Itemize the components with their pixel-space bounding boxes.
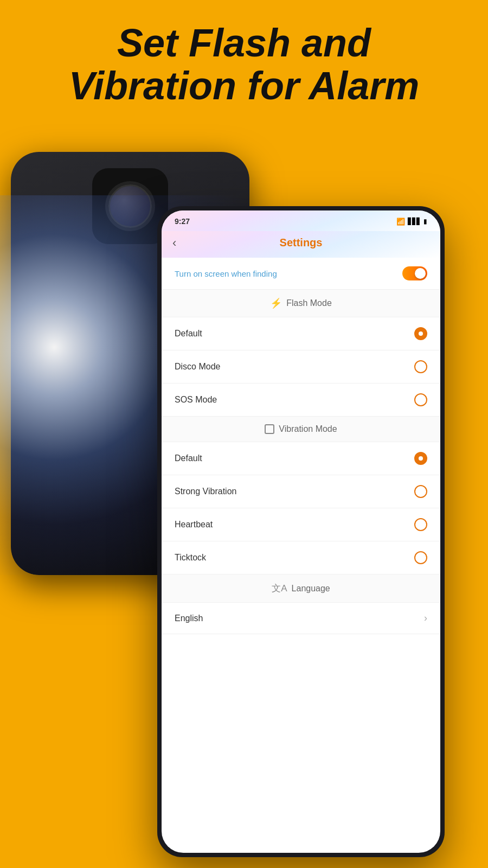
screen-toggle-row[interactable]: Turn on screen when finding [162, 258, 440, 290]
vibration-strong-radio[interactable] [414, 485, 427, 498]
vibration-default-label: Default [175, 454, 202, 463]
language-chevron-icon: › [424, 612, 427, 624]
phone-front: 9:27 📶 ▋▋▋ ▮ ‹ Settings Turn on screen w… [157, 206, 445, 857]
vibration-ticktock-label: Ticktock [175, 553, 206, 563]
flash-icon: ⚡ [270, 297, 282, 309]
signal-icon: ▋▋▋ [408, 218, 421, 225]
camera-module [92, 168, 168, 244]
wifi-icon: 📶 [396, 218, 405, 226]
phone-screen: 9:27 📶 ▋▋▋ ▮ ‹ Settings Turn on screen w… [162, 210, 440, 853]
language-section-header: 文A Language [162, 575, 440, 603]
vibration-strong-label: Strong Vibration [175, 487, 236, 496]
vibration-mode-section-header: Vibration Mode [162, 417, 440, 442]
flash-disco-radio[interactable] [414, 360, 427, 373]
screen-toggle-label: Turn on screen when finding [175, 269, 277, 278]
vibration-ticktock-radio[interactable] [414, 551, 427, 564]
status-icons: 📶 ▋▋▋ ▮ [396, 218, 427, 226]
flash-sos-radio[interactable] [414, 393, 427, 406]
flash-default-radio[interactable] [414, 327, 427, 340]
phone-container: 9:27 📶 ▋▋▋ ▮ ‹ Settings Turn on screen w… [0, 152, 488, 868]
vibration-option-ticktock[interactable]: Ticktock [162, 541, 440, 575]
flash-sos-label: SOS Mode [175, 395, 217, 405]
flash-default-label: Default [175, 329, 202, 339]
vibration-option-default[interactable]: Default [162, 442, 440, 475]
vibration-heartbeat-radio[interactable] [414, 518, 427, 531]
nav-title: Settings [280, 237, 323, 249]
flash-option-sos[interactable]: SOS Mode [162, 384, 440, 417]
language-value: English [175, 614, 203, 623]
nav-bar: ‹ Settings [162, 231, 440, 258]
vibration-option-strong[interactable]: Strong Vibration [162, 475, 440, 508]
vibration-option-heartbeat[interactable]: Heartbeat [162, 508, 440, 541]
vibration-default-radio[interactable] [414, 452, 427, 465]
status-bar: 9:27 📶 ▋▋▋ ▮ [162, 210, 440, 231]
flash-disco-label: Disco Mode [175, 362, 220, 372]
battery-icon: ▮ [423, 218, 427, 225]
screen-toggle-switch[interactable] [402, 266, 427, 280]
status-time: 9:27 [175, 217, 190, 226]
title-line1: Set Flash and [117, 21, 371, 65]
flash-option-default[interactable]: Default [162, 317, 440, 350]
settings-content: Turn on screen when finding ⚡ Flash Mode… [162, 258, 440, 634]
vibration-checkbox-icon [265, 424, 274, 434]
back-button[interactable]: ‹ [172, 236, 176, 250]
language-section-title: Language [292, 584, 330, 593]
language-icon: 文A [272, 582, 287, 595]
vibration-heartbeat-label: Heartbeat [175, 520, 213, 529]
camera-lens [108, 184, 152, 228]
language-row[interactable]: English › [162, 603, 440, 634]
flash-mode-section-header: ⚡ Flash Mode [162, 290, 440, 317]
vibration-mode-title: Vibration Mode [279, 424, 337, 434]
flash-option-disco[interactable]: Disco Mode [162, 350, 440, 384]
page-header-title: Set Flash and Vibration for Alarm [0, 0, 488, 118]
title-line2: Vibration for Alarm [69, 64, 420, 107]
flash-mode-title: Flash Mode [286, 298, 332, 308]
